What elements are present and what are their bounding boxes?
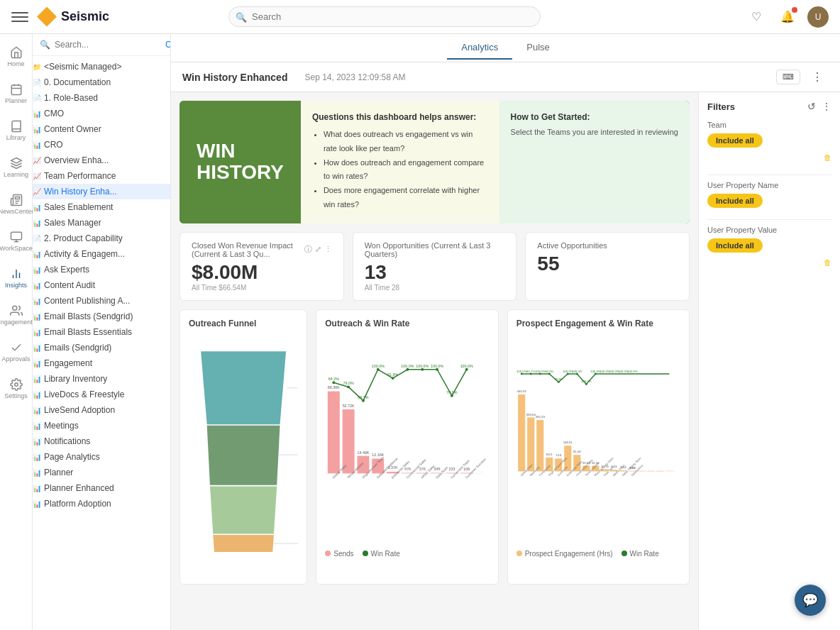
filter-upv-clear[interactable]: 🗑 — [824, 258, 831, 267]
metric-active-opp-title: Active Opportunities — [537, 241, 678, 250]
user-avatar[interactable]: U — [807, 6, 829, 28]
filter-more-icon[interactable]: ⋮ — [822, 101, 831, 112]
outreach-win-rate-viz: 68.36K 52.72K 14.49K 12.16K — [325, 334, 489, 547]
tab-pulse[interactable]: Pulse — [512, 36, 564, 60]
nav-item-emails-sendgrid[interactable]: 📊 Emails (Sendgrid) — [33, 340, 170, 355]
sidebar-label-home: Home — [7, 60, 24, 67]
svg-point-124 — [557, 381, 559, 383]
expand-icon-closed-won[interactable]: ⤢ — [315, 245, 321, 254]
nav-item-overview-enh[interactable]: 📈 Overview Enha... — [33, 153, 170, 168]
filters-actions: ↺ ⋮ — [807, 101, 831, 112]
nav-item-content-publishing[interactable]: 📊 Content Publishing A... — [33, 293, 170, 309]
filter-team-clear[interactable]: 🗑 — [824, 153, 831, 162]
more-icon-closed-won[interactable]: ⋮ — [324, 245, 332, 254]
sidebar-item-engagements[interactable]: Engagements — [2, 298, 31, 332]
nav-item-documentation[interactable]: 📄 0. Documentation — [33, 74, 170, 90]
metric-closed-won-value: $8.00M — [192, 261, 332, 284]
favorites-icon[interactable]: ♡ — [745, 6, 768, 28]
svg-text:440.92: 440.92 — [516, 389, 526, 393]
sidebar-item-home[interactable]: Home — [2, 40, 31, 74]
nav-item-platform-adoption[interactable]: 📊 Platform Adoption — [33, 496, 170, 512]
nav-item-engagement[interactable]: 📊 Engagement — [33, 355, 170, 371]
nav-item-seismic-managed[interactable]: 📁 <Seismic Managed> — [33, 59, 170, 74]
filter-upv-include-all[interactable]: Include all — [707, 238, 763, 253]
metric-closed-won-title: Closed Won Revenue Impact (Current & Las… — [192, 241, 332, 258]
info-icon-closed-won[interactable]: ⓘ — [304, 244, 312, 255]
nav-item-page-analytics[interactable]: 📊 Page Analytics — [33, 449, 170, 465]
nav-search-input[interactable] — [55, 40, 161, 50]
doc-icon: 📄 — [33, 79, 41, 87]
svg-text:66.7%: 66.7% — [358, 394, 369, 399]
nav-item-content-audit[interactable]: 📊 Content Audit — [33, 277, 170, 293]
svg-text:100.0%: 100.0% — [627, 370, 638, 373]
nav-item-planner-nav[interactable]: 📊 Planner — [33, 465, 170, 480]
nav-item-sales-manager[interactable]: 📊 Sales Manager — [33, 215, 170, 231]
notifications-icon[interactable]: 🔔 — [776, 6, 799, 28]
more-options-btn[interactable]: ⋮ — [806, 68, 829, 86]
sidebar-item-settings[interactable]: Settings — [2, 372, 31, 406]
svg-text:79.0%: 79.0% — [343, 381, 354, 385]
nav-item-team-performance[interactable]: 📈 Team Performance — [33, 168, 170, 184]
nav-item-planner-enhanced[interactable]: 📊 Planner Enhanced — [33, 480, 170, 496]
search-icon: 🔍 — [236, 11, 247, 22]
nav-item-email-blasts-ess[interactable]: 📊 Email Blasts Essentials — [33, 324, 170, 340]
sidebar-item-workspace[interactable]: WorkSpace — [2, 224, 31, 258]
nav-item-notifications[interactable]: 📊 Notifications — [33, 433, 170, 449]
metric-won-opp-sub: All Time 28 — [365, 284, 505, 292]
nav-item-email-blasts-send[interactable]: 📊 Email Blasts (Sendgrid) — [33, 309, 170, 324]
nav-item-livedocs[interactable]: 📊 LiveDocs & Freestyle — [33, 387, 170, 402]
filter-separator-1 — [707, 175, 831, 175]
hamburger-menu[interactable] — [11, 9, 28, 26]
svg-text:308.84: 308.84 — [526, 412, 536, 416]
doc-icon-ae: 📊 — [33, 266, 41, 274]
sidebar-item-newscenter[interactable]: NewsCenter — [2, 187, 31, 221]
sidebar-item-insights[interactable]: Insights — [2, 261, 31, 295]
win-history-questions: Questions this dashboard helps answer: W… — [301, 101, 499, 223]
win-history-title-text: WINHISTORY — [197, 140, 284, 184]
metric-won-opp-title: Won Opportunities (Current & Last 3 Quar… — [365, 241, 505, 258]
nav-cancel-btn[interactable]: Cancel — [165, 40, 171, 50]
filter-team-include-all[interactable]: Include all — [707, 133, 763, 148]
svg-point-56 — [347, 385, 350, 388]
tab-analytics[interactable]: Analytics — [447, 36, 512, 60]
legend-win-rate-2: Win Rate — [621, 550, 659, 558]
sidebar-item-planner[interactable]: Planner — [2, 77, 31, 111]
sidebar-item-learning[interactable]: Learning — [2, 150, 31, 184]
svg-text:84.2%: 84.2% — [328, 377, 339, 381]
nav-item-meetings[interactable]: 📊 Meetings — [33, 418, 170, 433]
nav-item-content-owner[interactable]: 📊 Content Owner — [33, 121, 170, 137]
filter-upn-include-all[interactable]: Include all — [707, 194, 763, 208]
metric-active-opp-value: 55 — [537, 253, 678, 275]
getting-started-text: Select the Teams you are interested in r… — [511, 126, 678, 138]
doc-icon-no: 📊 — [33, 438, 41, 446]
sidebar-label-settings: Settings — [4, 392, 28, 399]
dashboard-main: WINHISTORY Questions this dashboard help… — [171, 92, 698, 630]
filter-upv-label: User Property Value — [707, 226, 831, 234]
svg-text:100.0%: 100.0% — [431, 364, 443, 368]
keyboard-shortcut-btn[interactable]: ⌨ — [776, 70, 800, 84]
sidebar-item-library[interactable]: Library — [2, 114, 31, 148]
nav-item-cro[interactable]: 📊 CRO — [33, 137, 170, 153]
svg-point-122 — [538, 372, 541, 375]
nav-item-livesend[interactable]: 📊 LiveSend Adoption — [33, 402, 170, 418]
nav-item-library-inventory[interactable]: 📊 Library Inventory — [33, 371, 170, 387]
doc-icon-cmo: 📊 — [33, 110, 41, 118]
svg-point-121 — [529, 372, 531, 375]
nav-item-cmo[interactable]: 📊 CMO — [33, 106, 170, 121]
nav-item-win-history-enh[interactable]: 📈 Win History Enha... — [33, 184, 170, 199]
nav-item-activity[interactable]: 📊 Activity & Engagem... — [33, 246, 170, 262]
nav-item-ask-experts[interactable]: 📊 Ask Experts — [33, 262, 170, 277]
filter-reset-icon[interactable]: ↺ — [807, 101, 816, 112]
chat-icon: 💬 — [802, 592, 818, 608]
search-input[interactable] — [228, 6, 541, 27]
prospect-engagement-legend: Prospect Engagement (Hrs) Win Rate — [516, 550, 680, 558]
chat-button[interactable]: 💬 — [795, 585, 826, 616]
nav-item-role-based[interactable]: 📄 1. Role-Based — [33, 90, 170, 106]
sidebar-item-approvals[interactable]: Approvals — [2, 335, 31, 369]
filters-panel: Filters ↺ ⋮ Team Include all 🗑 — [698, 92, 840, 630]
nav-item-product-capability[interactable]: 📄 2. Product Capability — [33, 231, 170, 246]
getting-started-title: How to Get Started: — [511, 112, 678, 122]
win-history-header: WINHISTORY Questions this dashboard help… — [179, 101, 690, 223]
nav-item-sales-enablement[interactable]: 📊 Sales Enablement — [33, 199, 170, 215]
svg-text:79.8%: 79.8% — [554, 377, 563, 380]
